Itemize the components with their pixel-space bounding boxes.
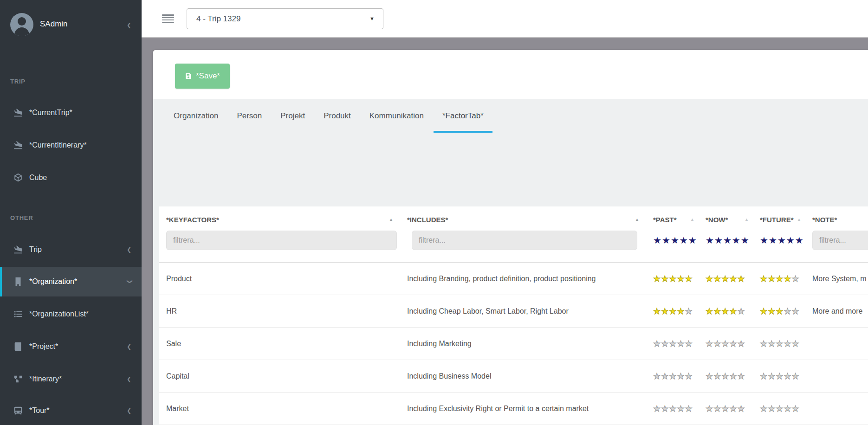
- filter-star-icon[interactable]: ★: [688, 235, 697, 245]
- star-empty-icon[interactable]: ★: [729, 372, 737, 381]
- table-row[interactable]: Product Including Branding, product defi…: [159, 263, 868, 295]
- filter-star-icon[interactable]: ★: [714, 235, 723, 245]
- star-empty-icon[interactable]: ★: [721, 372, 729, 381]
- keyfactors-filter-input[interactable]: [166, 231, 397, 250]
- star-empty-icon[interactable]: ★: [784, 307, 791, 316]
- star-filled-icon[interactable]: ★: [677, 274, 685, 283]
- tab-projekt[interactable]: Projekt: [272, 99, 314, 133]
- filter-star-icon[interactable]: ★: [786, 235, 795, 245]
- star-empty-icon[interactable]: ★: [760, 372, 768, 381]
- past-rating[interactable]: ★★★★★: [653, 404, 706, 414]
- filter-star-icon[interactable]: ★: [723, 235, 732, 245]
- sort-caret-icon[interactable]: ▲: [797, 217, 801, 222]
- star-empty-icon[interactable]: ★: [792, 339, 800, 348]
- sort-caret-icon[interactable]: ▲: [635, 217, 639, 222]
- star-filled-icon[interactable]: ★: [685, 274, 693, 283]
- star-empty-icon[interactable]: ★: [653, 404, 661, 413]
- star-filled-icon[interactable]: ★: [669, 307, 677, 316]
- tab-person[interactable]: Person: [228, 99, 271, 133]
- star-filled-icon[interactable]: ★: [729, 274, 737, 283]
- sort-caret-icon[interactable]: ▲: [690, 217, 694, 222]
- star-filled-icon[interactable]: ★: [661, 307, 669, 316]
- star-empty-icon[interactable]: ★: [661, 339, 669, 348]
- star-empty-icon[interactable]: ★: [713, 372, 721, 381]
- star-empty-icon[interactable]: ★: [776, 339, 784, 348]
- future-star-filter[interactable]: ★★★★★: [760, 235, 812, 246]
- star-empty-icon[interactable]: ★: [685, 372, 693, 381]
- user-block[interactable]: SAdmin ❮: [0, 12, 142, 38]
- star-empty-icon[interactable]: ★: [661, 404, 669, 413]
- trip-selector-dropdown[interactable]: 4 - Trip 1329 ▼: [187, 8, 383, 29]
- filter-star-icon[interactable]: ★: [777, 235, 786, 245]
- star-empty-icon[interactable]: ★: [738, 307, 745, 316]
- filter-star-icon[interactable]: ★: [732, 235, 741, 245]
- star-empty-icon[interactable]: ★: [706, 404, 713, 413]
- star-filled-icon[interactable]: ★: [721, 274, 729, 283]
- star-filled-icon[interactable]: ★: [713, 274, 721, 283]
- table-row[interactable]: Sale Including Marketing ★★★★★ ★★★★★ ★★★…: [159, 328, 868, 360]
- now-star-filter[interactable]: ★★★★★: [706, 235, 760, 246]
- star-empty-icon[interactable]: ★: [713, 404, 721, 413]
- filter-star-icon[interactable]: ★: [680, 235, 688, 245]
- sidebar-item-itinerary[interactable]: *Itinerary* ❮: [0, 366, 142, 392]
- star-filled-icon[interactable]: ★: [768, 307, 776, 316]
- star-filled-icon[interactable]: ★: [661, 274, 669, 283]
- filter-star-icon[interactable]: ★: [671, 235, 680, 245]
- star-empty-icon[interactable]: ★: [721, 339, 729, 348]
- star-filled-icon[interactable]: ★: [713, 307, 721, 316]
- filter-star-icon[interactable]: ★: [769, 235, 777, 245]
- star-empty-icon[interactable]: ★: [760, 339, 768, 348]
- star-filled-icon[interactable]: ★: [706, 307, 713, 316]
- star-empty-icon[interactable]: ★: [792, 274, 800, 283]
- past-rating[interactable]: ★★★★★: [653, 339, 706, 349]
- sort-caret-icon[interactable]: ▲: [745, 217, 749, 222]
- column-header-includes[interactable]: *INCLUDES*: [407, 216, 448, 224]
- table-row[interactable]: Market Including Exclusivity Right or Pe…: [159, 393, 868, 425]
- now-rating[interactable]: ★★★★★: [706, 404, 760, 414]
- filter-star-icon[interactable]: ★: [706, 235, 714, 245]
- hamburger-icon[interactable]: [162, 14, 174, 23]
- includes-filter-input[interactable]: [412, 231, 637, 250]
- future-rating[interactable]: ★★★★★: [760, 274, 812, 284]
- filter-star-icon[interactable]: ★: [760, 235, 769, 245]
- star-filled-icon[interactable]: ★: [760, 274, 768, 283]
- save-button[interactable]: *Save*: [175, 64, 230, 89]
- star-empty-icon[interactable]: ★: [677, 404, 685, 413]
- tab-factortab[interactable]: *FactorTab*: [434, 99, 492, 133]
- star-empty-icon[interactable]: ★: [677, 372, 685, 381]
- future-rating[interactable]: ★★★★★: [760, 371, 812, 381]
- star-empty-icon[interactable]: ★: [706, 339, 713, 348]
- star-empty-icon[interactable]: ★: [738, 339, 745, 348]
- star-empty-icon[interactable]: ★: [776, 404, 784, 413]
- star-empty-icon[interactable]: ★: [685, 404, 693, 413]
- star-empty-icon[interactable]: ★: [677, 339, 685, 348]
- star-empty-icon[interactable]: ★: [768, 404, 776, 413]
- star-empty-icon[interactable]: ★: [729, 404, 737, 413]
- star-empty-icon[interactable]: ★: [706, 372, 713, 381]
- star-filled-icon[interactable]: ★: [738, 274, 745, 283]
- star-filled-icon[interactable]: ★: [784, 274, 791, 283]
- past-rating[interactable]: ★★★★★: [653, 306, 706, 316]
- tab-organization[interactable]: Organization: [165, 99, 227, 133]
- star-filled-icon[interactable]: ★: [776, 274, 784, 283]
- future-rating[interactable]: ★★★★★: [760, 404, 812, 414]
- star-empty-icon[interactable]: ★: [669, 404, 677, 413]
- past-rating[interactable]: ★★★★★: [653, 371, 706, 381]
- sidebar-item-project[interactable]: *Project* ❮: [0, 334, 142, 360]
- star-filled-icon[interactable]: ★: [653, 307, 661, 316]
- filter-star-icon[interactable]: ★: [741, 235, 750, 245]
- star-filled-icon[interactable]: ★: [677, 307, 685, 316]
- star-filled-icon[interactable]: ★: [768, 274, 776, 283]
- star-empty-icon[interactable]: ★: [792, 372, 800, 381]
- star-empty-icon[interactable]: ★: [721, 404, 729, 413]
- star-empty-icon[interactable]: ★: [653, 339, 661, 348]
- sidebar-item-currentitinerary[interactable]: *CurrentItinerary*: [0, 132, 142, 158]
- star-empty-icon[interactable]: ★: [653, 372, 661, 381]
- now-rating[interactable]: ★★★★★: [706, 339, 760, 349]
- star-empty-icon[interactable]: ★: [729, 339, 737, 348]
- tab-kommunikation[interactable]: Kommunikation: [361, 99, 433, 133]
- star-empty-icon[interactable]: ★: [784, 372, 791, 381]
- filter-star-icon[interactable]: ★: [653, 235, 662, 245]
- star-empty-icon[interactable]: ★: [768, 339, 776, 348]
- sidebar-item-trip[interactable]: Trip ❮: [0, 237, 142, 263]
